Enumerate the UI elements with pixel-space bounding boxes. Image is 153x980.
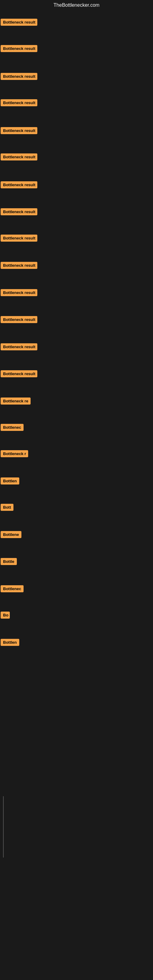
list-item: Bottleneck result xyxy=(1,73,37,81)
list-item: Bottleneck r xyxy=(1,450,28,458)
bottleneck-badge: Bottlen xyxy=(1,477,19,485)
list-item: Bottleneck result xyxy=(1,99,37,108)
list-item: Bottleneck result xyxy=(1,127,37,135)
bottleneck-badge: Bottleneck result xyxy=(1,289,37,296)
list-item: Bottleneck result xyxy=(1,235,37,243)
bottleneck-badge: Bottleneck result xyxy=(1,208,37,215)
bottleneck-badge: Bottleneck result xyxy=(1,262,37,269)
list-item: Bottleneck result xyxy=(1,45,37,53)
list-item: Bottleneck result xyxy=(1,153,37,162)
list-item: Bottlenec xyxy=(1,585,24,593)
list-item: Bottle xyxy=(1,558,17,566)
list-item: Bottleneck result xyxy=(1,208,37,216)
bottleneck-badge: Bottleneck result xyxy=(1,73,37,80)
bottleneck-badge: Bottleneck result xyxy=(1,370,37,377)
bottleneck-badge: Bo xyxy=(1,612,10,619)
bottleneck-badge: Bottleneck result xyxy=(1,181,37,188)
bottleneck-badge: Bottleneck result xyxy=(1,343,37,350)
list-item: Bottlen xyxy=(1,477,19,486)
site-header: TheBottlenecker.com xyxy=(0,0,153,10)
list-item: Bottleneck result xyxy=(1,343,37,352)
decorative-line xyxy=(3,796,4,858)
list-item: Bottleneck result xyxy=(1,181,37,189)
bottleneck-badge: Bottlenec xyxy=(1,585,24,592)
bottleneck-badge: Bottleneck result xyxy=(1,153,37,161)
bottleneck-badge: Bottleneck r xyxy=(1,450,28,457)
list-item: Bo xyxy=(1,612,10,620)
bottleneck-badge: Bottleneck result xyxy=(1,19,37,26)
bottleneck-badge: Bottleneck result xyxy=(1,127,37,134)
bottleneck-badge: Bottlene xyxy=(1,531,21,538)
list-item: Bottleneck result xyxy=(1,316,37,324)
list-item: Bottleneck re xyxy=(1,398,30,406)
bottleneck-badge: Bott xyxy=(1,504,13,511)
bottleneck-badge: Bottleneck result xyxy=(1,99,37,106)
bottleneck-badge: Bottle xyxy=(1,558,17,565)
bottleneck-badge: Bottleneck result xyxy=(1,316,37,323)
site-title: TheBottlenecker.com xyxy=(0,0,153,10)
list-item: Bottleneck result xyxy=(1,370,37,379)
list-item: Bottlen xyxy=(1,639,19,647)
bottleneck-badge: Bottlen xyxy=(1,639,19,646)
list-item: Bottlene xyxy=(1,531,21,539)
bottleneck-badge: Bottleneck result xyxy=(1,235,37,242)
list-item: Bottleneck result xyxy=(1,289,37,298)
bottleneck-badge: Bottleneck result xyxy=(1,45,37,52)
list-item: Bottlenec xyxy=(1,424,24,432)
list-item: Bott xyxy=(1,504,13,512)
list-item: Bottleneck result xyxy=(1,19,37,27)
bottleneck-list: Bottleneck resultBottleneck resultBottle… xyxy=(0,10,153,684)
bottleneck-badge: Bottleneck re xyxy=(1,398,30,404)
list-item: Bottleneck result xyxy=(1,262,37,270)
bottleneck-badge: Bottlenec xyxy=(1,424,24,431)
